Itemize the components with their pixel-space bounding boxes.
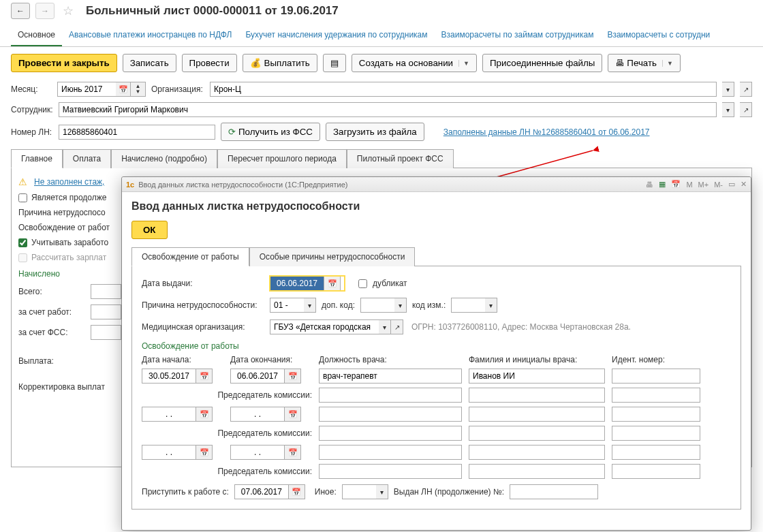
end1-input[interactable]	[230, 369, 285, 384]
chevron-down-icon[interactable]: ▾	[485, 298, 497, 313]
calendar-icon[interactable]: 📅	[196, 407, 213, 422]
chevron-down-icon[interactable]: ▾	[304, 298, 316, 313]
calendar-nav-icon[interactable]: 📅	[671, 180, 681, 189]
attached-files-button[interactable]: Присоединенные файлы	[482, 54, 602, 72]
chairman-post-2[interactable]	[319, 426, 462, 441]
modal-tab-special[interactable]: Особые причины нетрудоспособности	[249, 247, 416, 266]
chevron-down-icon[interactable]: ▾	[376, 484, 388, 499]
medorg-input[interactable]	[270, 319, 379, 334]
end2-input[interactable]	[230, 407, 285, 422]
nav-back-button[interactable]: ←	[11, 3, 30, 19]
employee-input[interactable]	[59, 102, 717, 117]
duplicate-checkbox[interactable]	[358, 279, 367, 288]
chairman-id-3[interactable]	[612, 464, 700, 479]
nav-tab-main[interactable]: Основное	[11, 26, 62, 46]
favorite-star-icon[interactable]: ☆	[60, 3, 76, 19]
open-ref-icon[interactable]: ↗	[740, 102, 752, 117]
nav-tab-advance[interactable]: Авансовые платежи иностранцев по НДФЛ	[62, 26, 238, 46]
pay-button[interactable]: 💰Выплатить	[243, 54, 317, 72]
reason-input[interactable]	[270, 298, 304, 313]
name3-input[interactable]	[469, 445, 605, 460]
calendar-icon[interactable]: 📅	[196, 369, 213, 384]
start3-input[interactable]	[142, 445, 196, 460]
m-icon[interactable]: M-	[714, 181, 723, 189]
m-minus-icon[interactable]: M	[686, 181, 692, 189]
post2-input[interactable]	[319, 407, 462, 422]
back-date-input[interactable]	[234, 484, 289, 499]
employee-label: Сотрудник:	[11, 105, 53, 114]
name2-input[interactable]	[469, 407, 605, 422]
get-fss-button[interactable]: ⟳Получить из ФСС	[221, 123, 320, 141]
ok-button[interactable]: ОК	[131, 221, 168, 239]
start1-input[interactable]	[142, 369, 196, 384]
id2-input[interactable]	[612, 407, 700, 422]
post3-input[interactable]	[319, 445, 462, 460]
nav-tab-settlements[interactable]: Взаиморасчеты с сотрудни	[600, 26, 717, 46]
org-input[interactable]	[210, 82, 717, 97]
chairman-name-2[interactable]	[469, 426, 605, 441]
employer-input[interactable]	[91, 304, 121, 319]
chairman-name-1[interactable]	[469, 388, 605, 403]
nav-forward-button[interactable]: →	[35, 3, 54, 19]
calendar-icon[interactable]: 📅	[285, 369, 301, 384]
chairman-name-3[interactable]	[469, 464, 605, 479]
calendar-icon[interactable]: 📅	[196, 445, 213, 460]
grid-icon[interactable]: ▦	[659, 180, 666, 189]
subtab-pilot[interactable]: Пилотный проект ФСС	[347, 149, 454, 168]
stage-warning-link[interactable]: Не заполнен стаж,	[34, 177, 104, 187]
calendar-icon[interactable]: 📅	[116, 82, 131, 97]
chairman-post-1[interactable]	[319, 388, 462, 403]
chairman-post-3[interactable]	[319, 464, 462, 479]
list-button[interactable]: ▤	[323, 54, 346, 72]
name1-input[interactable]	[469, 369, 605, 384]
nav-tab-loans[interactable]: Взаиморасчеты по займам сотрудникам	[435, 26, 601, 46]
chairman-id-2[interactable]	[612, 426, 700, 441]
chairman-id-1[interactable]	[612, 388, 700, 403]
open-ref-icon[interactable]: ↗	[391, 319, 403, 334]
chevron-down-icon[interactable]: ▾	[722, 82, 734, 97]
issue-date-field: 📅	[270, 276, 345, 291]
issue-date-input[interactable]	[270, 276, 324, 291]
fss-input[interactable]	[91, 325, 121, 340]
ln-number-input[interactable]	[59, 125, 215, 140]
addcode-input[interactable]	[360, 298, 394, 313]
calendar-icon[interactable]: 📅	[285, 407, 301, 422]
other-input[interactable]	[342, 484, 376, 499]
subtab-payment[interactable]: Оплата	[63, 149, 111, 168]
calendar-icon[interactable]: 📅	[285, 445, 301, 460]
total-input[interactable]	[91, 284, 121, 299]
calendar-icon[interactable]: 📅	[324, 276, 341, 291]
chgcode-input[interactable]	[451, 298, 485, 313]
m-plus-icon[interactable]: M+	[698, 181, 709, 189]
minimize-icon[interactable]: ▭	[728, 180, 735, 189]
subtab-main[interactable]: Главное	[11, 149, 63, 168]
continuation-checkbox[interactable]	[18, 193, 27, 202]
post-and-close-button[interactable]: Провести и закрыть	[11, 54, 117, 72]
subtab-recalc[interactable]: Пересчет прошлого периода	[217, 149, 347, 168]
subtab-accrued[interactable]: Начислено (подробно)	[111, 149, 217, 168]
chevron-down-icon[interactable]: ▾	[379, 319, 391, 334]
nav-tab-accounting[interactable]: Бухучет начисления удержания по сотрудни…	[238, 26, 434, 46]
chevron-down-icon[interactable]: ▾	[722, 102, 734, 117]
post1-input[interactable]	[319, 369, 462, 384]
modal-tab-absence[interactable]: Освобождение от работы	[131, 247, 249, 266]
end3-input[interactable]	[230, 445, 285, 460]
id1-input[interactable]	[612, 369, 700, 384]
open-ref-icon[interactable]: ↗	[740, 82, 752, 97]
print-icon[interactable]: 🖶	[646, 181, 653, 189]
chevron-down-icon[interactable]: ▾	[394, 298, 407, 313]
id3-input[interactable]	[612, 445, 700, 460]
print-button[interactable]: 🖶Печать▼	[608, 54, 681, 72]
use-salary-checkbox[interactable]	[18, 238, 27, 247]
start2-input[interactable]	[142, 407, 196, 422]
issued-ln-input[interactable]	[510, 484, 598, 499]
calendar-icon[interactable]: 📅	[289, 484, 305, 499]
load-from-file-button[interactable]: Загрузить из файла	[326, 123, 424, 141]
post-button[interactable]: Провести	[182, 54, 237, 72]
stepper-icon[interactable]: ▲▼	[131, 82, 146, 97]
create-from-button[interactable]: Создать на основании▼	[352, 54, 477, 72]
close-icon[interactable]: ✕	[741, 180, 747, 189]
month-input[interactable]	[57, 82, 116, 97]
filled-data-link[interactable]: Заполнены данные ЛН №126885860401 от 06.…	[443, 127, 650, 137]
write-button[interactable]: Записать	[123, 54, 176, 72]
